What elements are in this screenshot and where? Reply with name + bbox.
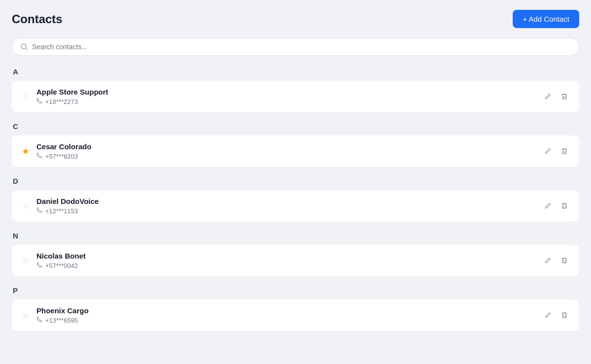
delete-button[interactable] — [558, 91, 570, 102]
contact-phone: +18***2273 — [36, 98, 108, 105]
contacts-container: A☆Apple Store Support+18***2273C★Cesar C… — [12, 67, 579, 331]
section-letter: C — [12, 122, 579, 131]
contact-info: Cesar Colorado+57***8203 — [36, 142, 92, 160]
phone-icon — [36, 316, 43, 324]
delete-button[interactable] — [558, 309, 570, 321]
section-letter: D — [12, 177, 579, 185]
section-d: D☆Daniel DodoVoice+12***1153 — [12, 177, 579, 222]
contact-name: Apple Store Support — [36, 88, 108, 96]
contact-left: ☆Phoenix Cargo+13***6595 — [21, 306, 89, 324]
contact-card: ☆Nicolas Bonet+57***0042 — [12, 245, 579, 276]
svg-line-1 — [26, 48, 28, 50]
star-button[interactable]: ★ — [21, 146, 31, 157]
contact-info: Nicolas Bonet+57***0042 — [36, 252, 86, 269]
phone-number: +57***0042 — [45, 262, 78, 269]
phone-icon — [36, 98, 43, 105]
phone-icon — [36, 152, 43, 160]
contact-info: Daniel DodoVoice+12***1153 — [36, 197, 98, 215]
contact-actions — [542, 91, 570, 102]
star-button[interactable]: ☆ — [21, 310, 31, 321]
contact-phone: +13***6595 — [36, 316, 89, 324]
contact-name: Cesar Colorado — [36, 142, 92, 151]
contact-actions — [542, 255, 570, 266]
search-icon — [20, 43, 28, 51]
phone-number: +12***1153 — [45, 207, 78, 215]
delete-button[interactable] — [558, 200, 570, 212]
section-letter: N — [12, 232, 579, 240]
contact-card: ★Cesar Colorado+57***8203 — [12, 135, 579, 167]
section-letter: A — [12, 67, 579, 76]
section-p: P☆Phoenix Cargo+13***6595 — [12, 286, 579, 331]
edit-button[interactable] — [542, 145, 554, 157]
phone-icon — [36, 207, 43, 215]
contact-name: Nicolas Bonet — [36, 252, 86, 260]
phone-number: +57***8203 — [45, 153, 78, 160]
delete-button[interactable] — [558, 145, 570, 157]
page-title: Contacts — [12, 12, 63, 26]
page-header: Contacts + Add Contact — [12, 10, 579, 28]
section-a: A☆Apple Store Support+18***2273 — [12, 67, 579, 112]
contact-card: ☆Daniel DodoVoice+12***1153 — [12, 190, 579, 222]
edit-button[interactable] — [542, 309, 554, 321]
contact-left: ★Cesar Colorado+57***8203 — [21, 142, 92, 160]
section-n: N☆Nicolas Bonet+57***0042 — [12, 232, 579, 276]
contact-actions — [542, 145, 570, 157]
phone-number: +13***6595 — [45, 317, 78, 324]
contact-actions — [542, 309, 570, 321]
delete-button[interactable] — [558, 255, 570, 266]
star-button[interactable]: ☆ — [21, 200, 31, 211]
contact-name: Daniel DodoVoice — [36, 197, 98, 205]
phone-icon — [36, 262, 43, 269]
contact-info: Phoenix Cargo+13***6595 — [36, 306, 89, 324]
edit-button[interactable] — [542, 91, 554, 102]
contact-left: ☆Nicolas Bonet+57***0042 — [21, 252, 86, 269]
search-bar — [12, 38, 579, 56]
contact-phone: +57***0042 — [36, 262, 86, 269]
contact-left: ☆Daniel DodoVoice+12***1153 — [21, 197, 98, 215]
section-letter: P — [12, 286, 579, 295]
contact-phone: +12***1153 — [36, 207, 98, 215]
star-button[interactable]: ☆ — [21, 255, 31, 266]
contact-card: ☆Apple Store Support+18***2273 — [12, 81, 579, 112]
contact-info: Apple Store Support+18***2273 — [36, 88, 108, 105]
edit-button[interactable] — [542, 255, 554, 266]
search-input[interactable] — [32, 43, 571, 51]
add-contact-button[interactable]: + Add Contact — [513, 10, 579, 28]
section-c: C★Cesar Colorado+57***8203 — [12, 122, 579, 167]
contact-card: ☆Phoenix Cargo+13***6595 — [12, 299, 579, 331]
contact-actions — [542, 200, 570, 212]
contact-name: Phoenix Cargo — [36, 306, 89, 315]
edit-button[interactable] — [542, 200, 554, 212]
contact-left: ☆Apple Store Support+18***2273 — [21, 88, 108, 105]
contact-phone: +57***8203 — [36, 152, 92, 160]
star-button[interactable]: ☆ — [21, 91, 31, 102]
phone-number: +18***2273 — [45, 98, 78, 105]
